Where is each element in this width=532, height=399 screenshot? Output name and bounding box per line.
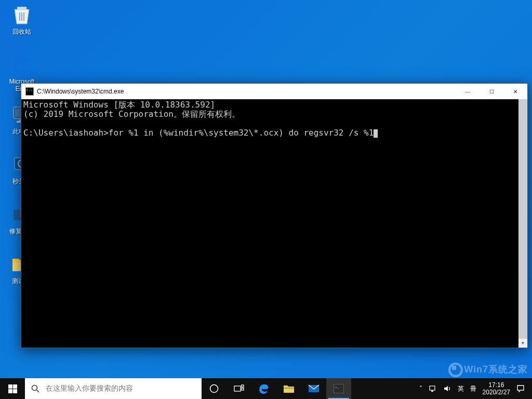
cmd-title-text: C:\Windows\system32\cmd.exe: [37, 88, 456, 95]
cmd-line: Microsoft Windows [版本 10.0.18363.592]: [23, 100, 215, 110]
minimize-button[interactable]: —: [456, 84, 480, 99]
start-button[interactable]: [0, 378, 25, 399]
tray-network-button[interactable]: [425, 378, 440, 399]
search-icon: [31, 384, 39, 393]
scroll-down-icon[interactable]: ▼: [518, 339, 527, 348]
svg-rect-26: [431, 391, 433, 392]
windows-logo-icon: [8, 384, 17, 393]
tray-date: 2020/2/27: [483, 389, 510, 396]
tray-ime-lang[interactable]: 英: [455, 378, 467, 399]
tray-volume-button[interactable]: [440, 378, 455, 399]
taskbar-edge-button[interactable]: [251, 378, 276, 399]
taskbar-search[interactable]: 在这里输入你要搜索的内容: [25, 378, 202, 399]
close-button[interactable]: ✕: [503, 84, 527, 99]
watermark-logo-icon: [448, 363, 463, 377]
svg-rect-12: [13, 384, 17, 389]
maximize-button[interactable]: ☐: [480, 84, 503, 99]
taskbar: 在这里输入你要搜索的内容 >_ ˄ 英 冊 17:16 2020/2/27: [0, 378, 532, 399]
volume-icon: [443, 384, 451, 393]
mail-icon: [308, 384, 320, 393]
tray-overflow-button[interactable]: ˄: [416, 378, 425, 399]
svg-rect-19: [242, 385, 244, 387]
cmd-cursor: [374, 129, 378, 138]
watermark: Win7系统之家: [448, 363, 528, 377]
cmd-window[interactable]: C:\Windows\system32\cmd.exe — ☐ ✕ Micros…: [21, 83, 528, 348]
svg-text:>_: >_: [335, 385, 339, 390]
chevron-up-icon: ˄: [419, 385, 422, 392]
window-controls: — ☐ ✕: [456, 84, 527, 99]
cmd-line: C:\Users\iashoah>for %1 in (%windir%\sys…: [23, 128, 374, 138]
svg-rect-13: [8, 389, 12, 393]
edge-icon: [9, 52, 34, 77]
search-placeholder: 在这里输入你要搜索的内容: [46, 384, 133, 393]
edge-icon: [258, 382, 270, 395]
action-center-icon: [516, 384, 525, 393]
svg-line-16: [37, 390, 39, 393]
network-icon: [429, 384, 437, 393]
svg-rect-25: [430, 386, 435, 390]
cmd-titlebar[interactable]: C:\Windows\system32\cmd.exe — ☐ ✕: [21, 84, 527, 99]
svg-rect-14: [13, 389, 17, 393]
svg-rect-11: [8, 384, 12, 389]
desktop-icon-recycle[interactable]: 回收站: [2, 2, 42, 47]
cortana-button[interactable]: [202, 378, 227, 399]
taskview-button[interactable]: [227, 378, 251, 399]
tray-time: 17:16: [488, 381, 504, 389]
tray-action-center-button[interactable]: [513, 378, 528, 399]
system-tray: ˄ 英 冊 17:16 2020/2/27: [415, 378, 532, 399]
tray-ime-mode[interactable]: 冊: [467, 378, 480, 399]
recycle-bin-icon: [9, 2, 34, 27]
taskbar-cmd-button[interactable]: >_: [326, 378, 351, 399]
cmd-terminal[interactable]: Microsoft Windows [版本 10.0.18363.592] (c…: [21, 99, 527, 348]
taskview-icon: [234, 384, 244, 393]
taskbar-explorer-button[interactable]: [276, 378, 301, 399]
cmd-line: (c) 2019 Microsoft Corporation。保留所有权利。: [23, 109, 240, 119]
svg-rect-18: [234, 386, 241, 391]
svg-rect-20: [242, 388, 244, 390]
taskbar-mail-button[interactable]: [301, 378, 326, 399]
desktop-icon-label: 回收站: [12, 28, 31, 35]
cortana-icon: [209, 384, 219, 393]
svg-point-15: [32, 385, 37, 391]
svg-rect-0: [17, 7, 26, 9]
cmd-icon: >_: [334, 384, 344, 393]
terminal-scrollbar[interactable]: ▲ ▼: [518, 99, 527, 348]
file-explorer-icon: [283, 383, 295, 394]
scroll-thumb[interactable]: [518, 99, 527, 348]
cmd-app-icon: [25, 87, 34, 96]
tray-clock[interactable]: 17:16 2020/2/27: [480, 378, 513, 399]
svg-point-17: [210, 385, 218, 393]
svg-rect-21: [284, 388, 294, 389]
